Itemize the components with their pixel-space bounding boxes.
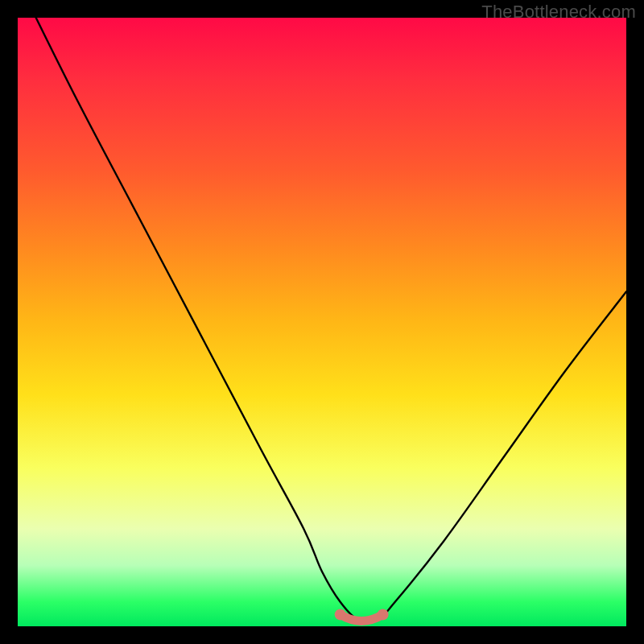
chart-frame: TheBottleneck.com bbox=[0, 0, 644, 644]
bottleneck-curve-path bbox=[36, 18, 626, 622]
flat-region-marker bbox=[341, 614, 383, 621]
bottleneck-curve-svg bbox=[18, 18, 626, 626]
chart-plot-area bbox=[18, 18, 626, 626]
watermark-text: TheBottleneck.com bbox=[481, 2, 636, 23]
flat-region-dot-left bbox=[335, 609, 346, 620]
flat-region-dot-right bbox=[378, 609, 389, 620]
